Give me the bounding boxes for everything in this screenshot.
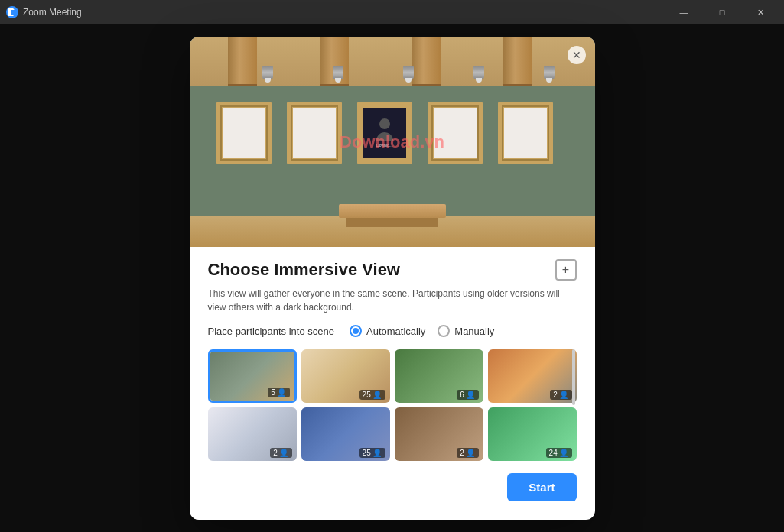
title-bar: Zoom Meeting — □ ✕	[0, 0, 784, 24]
scenes-grid: 5 👤 25 👤 6 👤 2 👤 2 👤	[208, 349, 577, 461]
beam-1	[228, 37, 257, 86]
scene-count-1: 5 👤	[268, 388, 289, 397]
dialog-close-button[interactable]: ✕	[568, 46, 586, 64]
window-title: Zoom Meeting	[23, 7, 82, 18]
scene-count-8: 24 👤	[546, 448, 572, 458]
avatar-name-label: Downlo...	[375, 143, 394, 148]
placement-radio-group: Automatically Manually	[350, 325, 494, 337]
spotlight-2	[333, 66, 343, 79]
gallery-scene-bg: Downlo... Download.vn	[190, 37, 595, 247]
scene-preview: Downlo... Download.vn	[190, 37, 595, 247]
scene-thumb-hotel[interactable]: 25 👤	[301, 349, 390, 403]
scene-thumb-modern[interactable]: 2 👤	[208, 407, 297, 461]
spotlight-4	[473, 66, 484, 79]
avatar-body	[376, 132, 393, 141]
ceiling	[190, 37, 595, 86]
add-scene-button[interactable]: +	[555, 259, 577, 281]
spotlight-3	[403, 66, 414, 79]
scene-thumb-fireplace[interactable]: 2 👤	[488, 349, 577, 403]
automatically-radio[interactable]	[350, 325, 362, 337]
spotlight-1	[262, 66, 273, 79]
dialog-header: Choose Immersive View +	[208, 259, 577, 281]
scene-count-3: 6 👤	[457, 390, 478, 400]
automatically-label: Automatically	[366, 326, 425, 337]
dialog-title: Choose Immersive View	[208, 260, 401, 280]
beam-4	[503, 37, 532, 86]
maximize-button[interactable]: □	[704, 0, 740, 24]
frame-5	[498, 102, 553, 164]
dialog-overlay: ✕	[0, 24, 784, 532]
automatically-option[interactable]: Automatically	[350, 325, 425, 337]
frame-1	[216, 102, 272, 164]
dialog-body: Choose Immersive View + This view will g…	[190, 247, 595, 461]
scrollbar[interactable]	[572, 349, 575, 461]
placement-label: Place participants into scene	[208, 326, 334, 337]
scene-thumb-beach[interactable]: 24 👤	[488, 407, 577, 461]
gallery-bench	[339, 204, 446, 218]
avatar-frame: Downlo...	[357, 102, 412, 164]
spotlight-5	[544, 66, 555, 79]
start-button[interactable]: Start	[507, 473, 576, 501]
scene-count-7: 2 👤	[457, 448, 478, 458]
title-bar-left: Zoom Meeting	[6, 6, 82, 18]
manually-option[interactable]: Manually	[438, 325, 494, 337]
manually-radio[interactable]	[438, 325, 450, 337]
dialog-footer: Start	[190, 461, 595, 501]
scene-count-4: 2 👤	[550, 390, 571, 400]
scene-count-2: 25 👤	[359, 390, 385, 400]
window-controls: — □ ✕	[666, 0, 778, 24]
scroll-thumb	[572, 349, 575, 405]
beam-3	[412, 37, 441, 86]
scene-count-6: 25 👤	[359, 448, 385, 458]
minimize-button[interactable]: —	[666, 0, 701, 24]
placement-row: Place participants into scene Automatica…	[208, 325, 577, 337]
avatar-head	[379, 118, 390, 129]
scene-thumb-street[interactable]: 25 👤	[301, 407, 390, 461]
manually-label: Manually	[454, 326, 494, 337]
scene-thumb-bar[interactable]: 2 👤	[395, 407, 483, 461]
immersive-view-dialog: ✕	[190, 37, 595, 520]
close-window-button[interactable]: ✕	[743, 0, 778, 24]
scene-count-5: 2 👤	[270, 448, 291, 458]
zoom-logo-icon	[6, 6, 18, 18]
scene-thumb-garden[interactable]: 6 👤	[395, 349, 483, 403]
frame-4	[428, 102, 483, 164]
frame-2	[287, 102, 342, 164]
dialog-description: This view will gather everyone in the sa…	[208, 287, 577, 314]
scene-thumb-gallery[interactable]: 5 👤	[208, 349, 297, 403]
